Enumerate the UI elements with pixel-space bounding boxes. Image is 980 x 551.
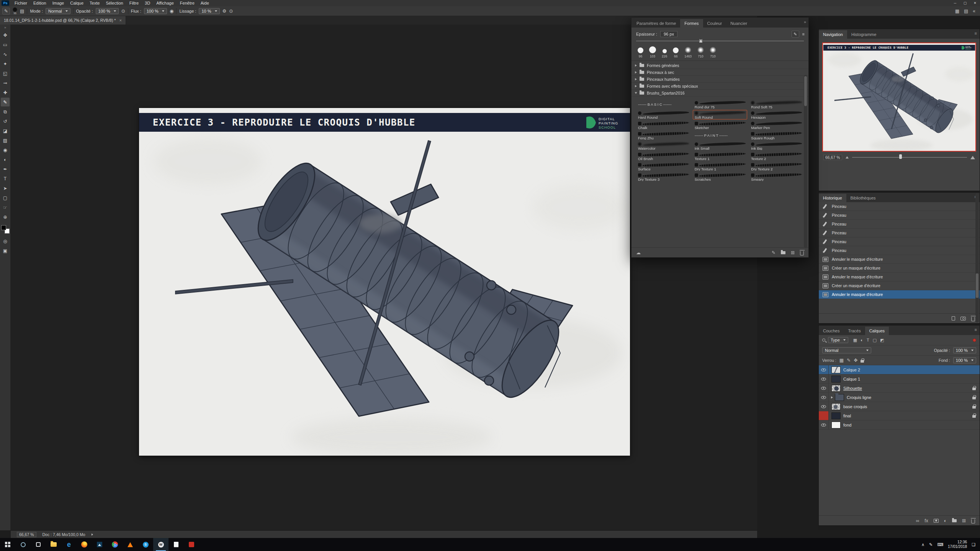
history-entry[interactable]: Pinceau bbox=[819, 246, 980, 255]
taskbar-app-button[interactable] bbox=[107, 538, 123, 551]
history-entry[interactable]: Pinceau bbox=[819, 237, 980, 246]
filter-icon[interactable]: ◩ bbox=[880, 338, 884, 343]
visibility-cell[interactable] bbox=[819, 411, 829, 420]
footer-icon-button[interactable]: ∞ bbox=[916, 518, 919, 523]
tab-close-icon[interactable]: × bbox=[119, 18, 121, 23]
brushes-panel-tab[interactable]: Paramètres de forme bbox=[632, 19, 680, 28]
tool-button[interactable]: ▣ bbox=[1, 246, 10, 255]
mode-select[interactable]: Normal bbox=[46, 8, 70, 14]
smoothing-select[interactable]: 10 % bbox=[199, 8, 219, 14]
layer-thumbnail[interactable] bbox=[831, 366, 841, 373]
layer-row[interactable]: Silhouette bbox=[819, 384, 980, 393]
workspace-layout-icon[interactable]: ▤ bbox=[964, 8, 968, 14]
tool-button[interactable]: ➤ bbox=[1, 184, 10, 193]
tool-button[interactable]: ◎ bbox=[1, 237, 10, 245]
size-slider[interactable] bbox=[636, 38, 804, 44]
footer-icon-button[interactable]: ✎ bbox=[772, 250, 775, 255]
history-entry[interactable]: Annuler le masque d'écriture bbox=[819, 290, 980, 299]
menu-item[interactable]: Affichage bbox=[153, 1, 177, 5]
taskbar-clock[interactable]: 12:36 17/01/2018 bbox=[948, 540, 967, 549]
menu-item[interactable]: Image bbox=[49, 1, 67, 5]
menu-item[interactable]: Filtre bbox=[126, 1, 142, 5]
color-swatches[interactable] bbox=[1, 225, 10, 234]
layer-name[interactable]: Calque 2 bbox=[843, 368, 860, 372]
footer-icon-button[interactable] bbox=[952, 519, 957, 522]
layer-row[interactable]: fond bbox=[819, 420, 980, 430]
brush-preset[interactable]: 710 bbox=[697, 47, 704, 58]
airbrush-icon[interactable]: ◉ bbox=[170, 8, 173, 14]
taskbar-app-button[interactable]: W bbox=[153, 538, 169, 551]
tool-button[interactable]: ⊸ bbox=[1, 78, 10, 87]
brush-folder[interactable]: Pinceaux humides bbox=[632, 76, 808, 83]
brush-preset[interactable]: 710 bbox=[710, 47, 716, 58]
visibility-cell[interactable] bbox=[819, 365, 829, 374]
brush-item[interactable]: Sketcher bbox=[693, 120, 748, 130]
panel-menu-icon[interactable]: ≡ bbox=[802, 32, 805, 36]
visibility-cell[interactable] bbox=[819, 393, 829, 402]
visibility-cell[interactable] bbox=[819, 420, 829, 429]
gear-icon[interactable]: ⚙ bbox=[223, 8, 227, 14]
history-entry[interactable]: Pinceau bbox=[819, 229, 980, 237]
flow-select[interactable]: 100 % bbox=[144, 8, 167, 14]
history-entry[interactable]: Pinceau bbox=[819, 220, 980, 229]
tool-button[interactable]: ✒ bbox=[1, 165, 10, 173]
brush-preset[interactable]: 66 bbox=[673, 47, 679, 58]
navigator-zoom-field[interactable]: 66,67 % bbox=[823, 155, 842, 160]
history-scrollbar[interactable] bbox=[975, 193, 979, 322]
footer-icon-button[interactable]: ⊞ bbox=[791, 250, 795, 255]
history-entry[interactable]: Créer un masque d'écriture bbox=[819, 264, 980, 273]
taskbar-app-button[interactable] bbox=[31, 538, 46, 551]
brush-folder[interactable]: Formes avec effets spéciaux bbox=[632, 83, 808, 90]
visibility-cell[interactable] bbox=[819, 384, 829, 392]
tool-button[interactable]: ☞ bbox=[1, 203, 10, 212]
layer-name[interactable]: base croquis bbox=[843, 404, 867, 409]
tool-button[interactable]: ▭ bbox=[1, 40, 10, 49]
lock-option-icon[interactable]: ▦ bbox=[839, 358, 844, 363]
taskbar-app-button[interactable] bbox=[184, 538, 199, 551]
blend-mode-select[interactable]: Normal bbox=[822, 347, 871, 353]
group-chevron-icon[interactable] bbox=[831, 396, 833, 399]
brush-folder[interactable]: Pinceaux à sec bbox=[632, 69, 808, 76]
layer-row[interactable]: Calque 2 bbox=[819, 365, 980, 374]
filter-icon[interactable]: T bbox=[867, 338, 869, 343]
pressure-opacity-icon[interactable]: ⊙ bbox=[121, 8, 125, 14]
navigator-preview[interactable] bbox=[822, 43, 976, 152]
panel-menu-icon[interactable]: ≡ bbox=[975, 31, 977, 36]
footer-icon-button[interactable] bbox=[781, 251, 785, 254]
panel-collapse-icon[interactable]: » bbox=[804, 20, 806, 24]
brush-item[interactable]: Dry Texture 2 bbox=[749, 162, 804, 171]
brush-item[interactable]: Watercolor bbox=[636, 141, 691, 150]
taskbar-app-button[interactable] bbox=[0, 538, 15, 551]
zoom-in-icon[interactable] bbox=[970, 156, 975, 159]
menu-item[interactable]: Aide bbox=[198, 1, 212, 5]
tool-button[interactable]: ◪ bbox=[1, 126, 10, 135]
lock-option-icon[interactable]: ✥ bbox=[854, 358, 857, 363]
layer-thumbnail[interactable] bbox=[831, 412, 841, 419]
pen-settings-icon[interactable]: ✎ bbox=[929, 542, 933, 547]
filter-icon[interactable]: ▢ bbox=[873, 338, 877, 343]
workspace-grid-icon[interactable]: ▦ bbox=[955, 8, 959, 14]
brush-preset[interactable]: 1463 bbox=[684, 47, 692, 58]
chevron-icon[interactable] bbox=[635, 78, 637, 80]
footer-icon-button[interactable] bbox=[971, 317, 975, 321]
tool-button[interactable]: ◐ bbox=[1, 155, 10, 164]
brush-preset[interactable]: 96 bbox=[638, 47, 643, 58]
brush-item[interactable]: Smeary bbox=[749, 172, 804, 181]
history-entry[interactable]: Pinceau bbox=[819, 211, 980, 220]
canvas[interactable] bbox=[139, 108, 630, 456]
chevron-icon[interactable] bbox=[635, 71, 637, 74]
history-entry[interactable]: Annuler le masque d'écriture bbox=[819, 273, 980, 281]
layer-name[interactable]: fond bbox=[843, 423, 851, 427]
footer-icon-button[interactable] bbox=[960, 317, 966, 320]
lock-option-icon[interactable] bbox=[861, 360, 864, 363]
sync-cloud-icon[interactable]: ☁ bbox=[636, 250, 641, 255]
layer-name[interactable]: Silhouette bbox=[843, 386, 862, 391]
navigator-zoom-slider[interactable] bbox=[852, 157, 967, 158]
lock-option-icon[interactable]: ✎ bbox=[847, 358, 851, 363]
filter-toggle-icon[interactable] bbox=[973, 338, 976, 342]
menu-item[interactable]: Fenêtre bbox=[177, 1, 198, 5]
zoom-out-icon[interactable] bbox=[846, 156, 849, 159]
taskbar-app-button[interactable] bbox=[123, 538, 138, 551]
layer-thumbnail[interactable] bbox=[831, 422, 841, 428]
layer-opacity-select[interactable]: 100 % bbox=[953, 347, 976, 353]
